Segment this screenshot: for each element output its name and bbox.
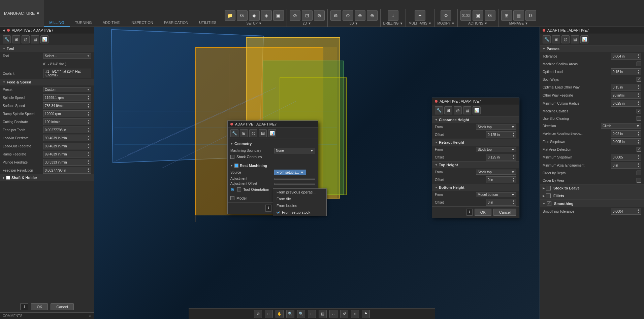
tab-turning[interactable]: TURNING [70,19,97,27]
2d-icon-2[interactable]: ⊡ [302,10,313,21]
direction-select[interactable]: Climb ▼ [601,123,641,129]
3d-icon-2[interactable]: ⊙ [343,10,353,21]
flat-area-detection-checkbox[interactable]: ✓ [637,147,641,152]
setup-icon-3[interactable]: ◆ [249,10,260,21]
mid-clearance-header[interactable]: ▼ Clearance Height [432,116,519,123]
dlg-icon-5[interactable]: 📊 [268,129,276,137]
left-icon-5[interactable]: 📊 [40,35,49,43]
status-icon-4[interactable]: 🔍 [286,310,294,318]
both-ways-checkbox[interactable]: ✓ [637,77,641,82]
drill-icon[interactable]: ↓ [388,10,398,21]
machine-cavities-checkbox[interactable]: ✓ [637,109,641,113]
manufacture-button[interactable]: MANUFACTURE ▼ [0,0,44,27]
mid-clearance-from-select[interactable]: Stock top ▼ [476,125,516,130]
mid-retract-offset-value[interactable]: 0.125 in ▲▼ [486,154,516,161]
2d-icon-1[interactable]: ⊘ [290,10,300,21]
mid-bottom-header[interactable]: ▼ Bottom Height [432,184,519,191]
mid-info-button[interactable]: ℹ [466,209,473,216]
max-roughing-value[interactable]: 0.02 in ▲▼ [611,130,641,137]
actions-icon-3[interactable]: G [485,10,495,21]
order-by-depth-checkbox[interactable] [637,171,641,175]
spindle-speed-value[interactable]: 11999.1 rpm ▲▼ [43,94,91,101]
surface-speed-value[interactable]: 785.34 ft/min ▲▼ [43,102,91,109]
status-icon-11[interactable]: ⚑ [362,310,370,318]
mid-clearance-offset-value[interactable]: 0.125 in ▲▼ [486,131,516,138]
min-axial-value[interactable]: 0 in ▲▼ [611,162,641,169]
left-icon-3[interactable]: ◎ [22,35,30,43]
mid-top-from-select[interactable]: Stock top ▼ [476,170,516,175]
adjustment-value[interactable] [274,178,315,180]
tab-additive[interactable]: ADDITIVE [97,19,125,27]
rest-machining-checkbox[interactable] [234,164,238,168]
status-icon-6[interactable]: □ [308,310,316,318]
stock-contours-checkbox[interactable] [230,155,234,159]
mid-retract-header[interactable]: ▼ Retract Height [432,139,519,146]
mid-cancel-button[interactable]: Cancel [493,209,516,216]
status-icon-8[interactable]: ↔ [329,310,337,318]
fillets-header[interactable]: ▶ Fillets [540,192,644,200]
setup-icon-5[interactable]: ▣ [273,10,284,21]
mid-icon-1[interactable]: 🔧 [435,106,443,114]
min-cutting-radius-value[interactable]: 0.025 in ▲▼ [611,100,641,107]
mid-retract-from-select[interactable]: Stock top ▼ [476,147,516,152]
rp-icon-3[interactable]: ◎ [561,35,570,43]
rp-icon-4[interactable]: ▤ [571,35,579,43]
feed-per-rev-value[interactable]: 0.00277798 in ▲▼ [43,167,91,174]
fine-stepdown-value[interactable]: 0.005 in ▲▼ [611,138,641,145]
dlg-icon-3[interactable]: ◎ [249,129,257,137]
tab-fabrication[interactable]: FABRICATION [159,19,194,27]
setup-icon-2[interactable]: G [237,10,248,21]
actions-icon-2[interactable]: ▣ [473,10,483,21]
left-panel-collapse[interactable]: ◀ [3,29,5,32]
shaft-holder-checkbox[interactable] [6,176,10,180]
manage-icon-3[interactable]: G [525,10,536,21]
status-icon-7[interactable]: ▤ [319,310,327,318]
3d-icon-3[interactable]: ⊚ [355,10,365,21]
mid-bottom-offset-value[interactable]: 0 in ▲▼ [486,199,516,206]
stock-to-leave-header[interactable]: ▶ Stock to Leave [540,184,644,192]
3d-icon-4[interactable]: ⊕ [367,10,378,21]
2d-icon-3[interactable]: ⊛ [314,10,325,21]
mid-icon-2[interactable]: ⊞ [444,106,452,114]
use-slot-clearing-checkbox[interactable] [637,116,641,121]
tab-milling[interactable]: MILLING [44,19,70,27]
mid-icon-5[interactable]: 📊 [473,106,481,114]
ramp-spindle-speed-value[interactable]: 12000 rpm ▲▼ [43,110,91,117]
left-icon-1[interactable]: 🔧 [3,35,11,43]
ramp-feedrate-value[interactable]: 99.4639 in/min ▲▼ [43,151,91,157]
passes-section-header[interactable]: ▼ Passes [540,45,644,52]
geometry-header[interactable]: ▼ Geometry [230,140,315,147]
order-by-area-checkbox[interactable] [637,178,641,183]
plunge-feedrate-value[interactable]: 33.3333 in/min ▲▼ [43,159,91,166]
source-dropdown-button[interactable]: From setup s... ▼ [274,170,306,175]
dialog-info-button[interactable]: ℹ [265,205,271,212]
tolerance-value[interactable]: 0.004 in ▲▼ [611,53,641,60]
other-way-feedrate-value[interactable]: 90 in/mi ▲▼ [611,92,641,99]
mid-icon-4[interactable]: ▤ [463,106,471,114]
mid-top-header[interactable]: ▼ Top Height [432,161,519,168]
lead-out-feedrate-value[interactable]: 99.4639 in/min ▲▼ [43,143,91,149]
lead-in-feedrate-value[interactable]: 99.4639 in/min ▲▼ [43,135,91,141]
left-icon-2[interactable]: ⊞ [12,35,20,43]
left-info-button[interactable]: ℹ [20,303,28,310]
feed-speed-section-header[interactable]: ▼ Feed & Speed [0,79,94,85]
comments-expand[interactable]: ⊕ [89,314,91,318]
smoothing-checkbox[interactable]: ✓ [547,201,551,206]
cutting-feedrate-value[interactable]: 100 in/min ▲▼ [43,118,91,125]
status-icon-10[interactable]: ◇ [351,310,359,318]
feed-per-tooth-value[interactable]: 0.00277798 in ▲▼ [43,127,91,133]
dropdown-from-setup-stock[interactable]: From setup stock [273,209,326,216]
manage-icon-1[interactable]: ⊞ [501,10,512,21]
3d-icon-1[interactable]: ⋒ [330,10,341,21]
optimal-load-value[interactable]: 0.15 in ▲▼ [611,68,641,75]
multiaxis-icon[interactable]: ✦ [415,10,425,21]
modify-icon[interactable]: ⚙ [441,10,451,21]
dropdown-from-previous[interactable]: From previous operati... [273,189,326,196]
setup-icon-1[interactable]: 📁 [225,10,235,21]
tab-utilities[interactable]: UTILITIES [194,19,222,27]
rest-machining-header[interactable]: ▼ Rest Machining [230,162,315,169]
left-icon-4[interactable]: ▤ [31,35,39,43]
status-icon-2[interactable]: □ [265,310,273,318]
tool-section-header[interactable]: ▼ Tool [0,45,94,52]
fillets-checkbox[interactable] [546,193,551,198]
